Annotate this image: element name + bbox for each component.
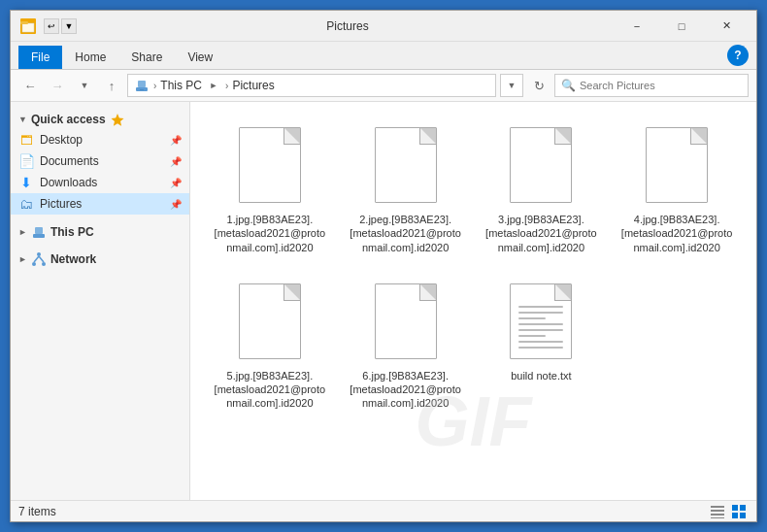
file-icon-f4 [646,127,708,203]
address-bar[interactable]: › This PC ► › Pictures [127,74,496,97]
sidebar-item-desktop[interactable]: 🗔 Desktop 📌 [11,129,189,150]
file-icon-wrap-f1 [231,121,309,209]
svg-rect-19 [740,505,746,511]
svg-line-12 [34,256,39,262]
downloads-pin: 📌 [170,178,182,188]
files-grid: 1.jpg.[9B83AE23].[metasload2021@protonma… [206,117,741,415]
svg-rect-17 [711,517,724,518]
svg-rect-15 [711,510,724,512]
file-icon-f5 [239,283,301,359]
svg-line-13 [39,256,44,262]
file-label-f1: 1.jpg.[9B83AE23].[metasload2021@protonma… [212,213,328,254]
file-label-f6: 6.jpg.[9B83AE23].[metasload2021@protonma… [348,369,464,411]
tab-share[interactable]: Share [118,46,175,69]
window-icon [18,17,38,36]
up-button[interactable]: ↑ [100,74,123,97]
breadcrumb-chevron-1[interactable]: ► [206,78,221,93]
svg-rect-20 [732,513,738,518]
help-button[interactable]: ? [727,45,749,66]
explorer-window: ↩ ▼ Pictures − □ ✕ File Home Share View … [10,10,757,522]
minimize-button[interactable]: − [615,11,659,42]
desktop-pin: 📌 [170,135,182,146]
file-icon-f6 [375,283,437,359]
tab-file[interactable]: File [18,46,62,69]
sidebar-item-downloads[interactable]: ⬇ Downloads 📌 [11,172,189,193]
network-section: ► Network [11,246,189,269]
recent-locations-button[interactable]: ▼ [73,74,96,97]
close-button[interactable]: ✕ [704,11,749,42]
sidebar-item-pictures[interactable]: 🗂 Pictures 📌 [11,193,189,215]
qat-undo[interactable]: ↩ [44,18,59,34]
file-icon-wrap-f5 [231,278,309,365]
file-label-f7: build note.txt [511,369,571,382]
search-box[interactable]: 🔍 [554,74,749,97]
quick-access-label: Quick access [31,113,106,126]
address-dropdown-button[interactable]: ▼ [500,74,523,97]
sidebar-desktop-label: Desktop [40,133,164,147]
breadcrumb-thispc[interactable]: This PC [160,79,202,92]
pictures-icon: 🗂 [18,196,34,212]
this-pc-arrow[interactable]: ► [18,227,27,237]
back-button[interactable]: ← [18,74,42,97]
sidebar-downloads-label: Downloads [40,176,164,189]
file-icon-wrap-f4 [638,121,716,209]
breadcrumb: › This PC ► › Pictures [134,78,275,93]
file-icon-f3 [510,127,572,203]
file-item-f7[interactable]: build note.txt [478,274,606,415]
documents-pin: 📌 [170,156,182,167]
grid-view-button[interactable] [729,502,749,521]
item-count: 7 items [18,505,56,518]
qat-customize[interactable]: ▼ [61,18,77,34]
ribbon-tabs: File Home Share View ? [11,42,756,69]
svg-rect-5 [140,89,144,90]
this-pc-icon [134,78,150,93]
breadcrumb-pictures[interactable]: Pictures [232,79,274,92]
documents-icon: 📄 [18,153,34,169]
quick-access-arrow[interactable]: ▼ [18,115,27,124]
svg-point-10 [32,262,36,266]
svg-rect-16 [711,514,724,515]
main-area: ▼ Quick access 🗔 Desktop 📌 📄 Documents 📌… [11,102,756,500]
file-icon-f2 [375,127,437,203]
svg-rect-4 [138,81,146,87]
svg-rect-18 [732,505,738,511]
file-item-f2[interactable]: 2.jpeg.[9B83AE23].[metasload2021@protonm… [342,117,470,258]
file-item-f6[interactable]: 6.jpg.[9B83AE23].[metasload2021@protonma… [342,274,470,415]
file-item-f1[interactable]: 1.jpg.[9B83AE23].[metasload2021@protonma… [206,117,334,258]
file-icon-wrap-f6 [367,278,445,365]
tab-home[interactable]: Home [62,46,118,69]
sidebar: ▼ Quick access 🗔 Desktop 📌 📄 Documents 📌… [11,102,190,500]
sidebar-pictures-label: Pictures [40,197,164,211]
file-label-f2: 2.jpeg.[9B83AE23].[metasload2021@protonm… [348,213,464,254]
desktop-icon: 🗔 [18,132,34,148]
svg-point-9 [37,252,41,256]
ribbon: File Home Share View ? [11,42,756,70]
svg-rect-2 [20,21,28,24]
file-item-f5[interactable]: 5.jpg.[9B83AE23].[metasload2021@protonma… [206,274,334,415]
network-label: Network [50,252,96,266]
svg-rect-7 [33,234,45,238]
file-label-f5: 5.jpg.[9B83AE23].[metasload2021@protonma… [212,369,328,411]
file-label-f3: 3.jpg.[9B83AE23].[metasload2021@protonma… [483,213,599,254]
maximize-button[interactable]: □ [659,11,704,42]
downloads-icon: ⬇ [18,175,34,190]
tab-view[interactable]: View [175,46,225,69]
addressbar: ← → ▼ ↑ › This PC ► › Pictures ▼ ↻ 🔍 [11,70,756,102]
refresh-button[interactable]: ↻ [527,74,550,97]
search-icon: 🔍 [561,79,576,92]
view-controls [708,502,749,521]
sidebar-item-documents[interactable]: 📄 Documents 📌 [11,150,189,172]
pictures-pin: 📌 [170,199,182,210]
this-pc-label: This PC [50,225,94,239]
file-item-f3[interactable]: 3.jpg.[9B83AE23].[metasload2021@protonma… [478,117,606,258]
network-arrow[interactable]: ► [18,254,27,264]
search-input[interactable] [580,80,742,91]
file-label-f4: 4.jpg.[9B83AE23].[metasload2021@protonma… [618,213,735,254]
file-icon-wrap-f3 [502,121,580,209]
file-item-f4[interactable]: 4.jpg.[9B83AE23].[metasload2021@protonma… [613,117,741,258]
forward-button[interactable]: → [46,74,69,97]
file-icon-wrap-f7 [502,278,580,365]
list-view-button[interactable] [708,502,727,521]
quick-access-toolbar: ↩ ▼ [44,18,77,34]
titlebar: ↩ ▼ Pictures − □ ✕ [11,11,756,42]
